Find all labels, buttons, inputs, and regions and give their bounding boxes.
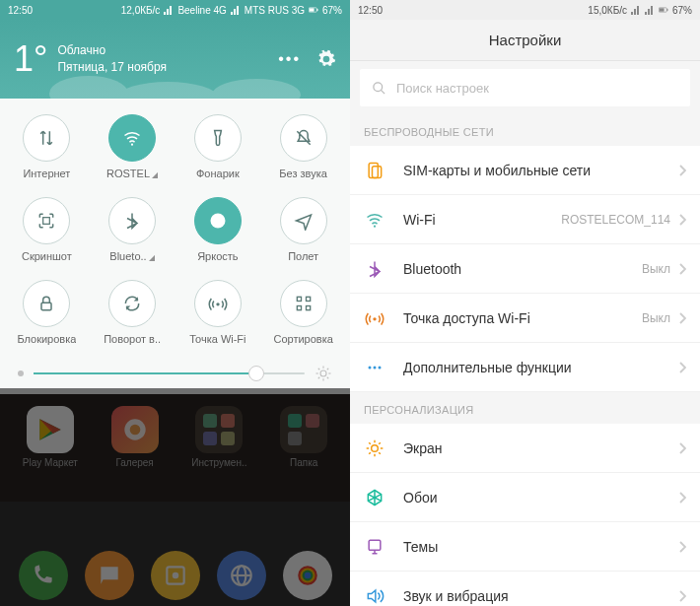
svg-line-22 bbox=[327, 377, 329, 379]
chevron-right-icon bbox=[678, 263, 686, 275]
settings-row-bt[interactable]: BluetoothВыкл bbox=[350, 244, 700, 294]
home-screen-dimmed: Play МаркетГалереяИнструмен..Папка bbox=[0, 394, 350, 502]
signal-icon bbox=[645, 5, 655, 15]
signal-icon bbox=[164, 5, 174, 15]
svg-rect-57 bbox=[369, 540, 381, 550]
app-icon[interactable]: Инструмен.. bbox=[191, 406, 246, 468]
svg-point-43 bbox=[374, 225, 376, 227]
battery-icon bbox=[309, 5, 318, 15]
settings-row-sound[interactable]: Звук и вибрация bbox=[350, 572, 700, 606]
weather-header[interactable]: 1° Облачно Пятница, 17 ноября ••• bbox=[0, 20, 350, 99]
qs-toggle-mute[interactable]: Без звука bbox=[260, 114, 346, 179]
signal-icon bbox=[231, 5, 241, 15]
app-label: Галерея bbox=[115, 457, 153, 468]
qs-label: Яркость bbox=[197, 250, 238, 262]
chevron-right-icon bbox=[678, 312, 686, 324]
brightness-sun-icon bbox=[315, 365, 332, 382]
status-carrier-1: Beeline 4G bbox=[177, 5, 226, 16]
settings-phone: 12:50 15,0КБ/с 67% Настройки Поиск настр… bbox=[350, 0, 700, 606]
settings-row-sim[interactable]: SIM-карты и мобильные сети bbox=[350, 146, 700, 195]
status-battery: 67% bbox=[672, 5, 692, 16]
theme-icon bbox=[364, 536, 385, 558]
settings-row-hotspot[interactable]: Точка доступа Wi-FiВыкл bbox=[350, 294, 700, 343]
qs-label: Blueto.. ◢ bbox=[109, 250, 155, 262]
qs-label: Интернет bbox=[23, 168, 70, 179]
svg-point-26 bbox=[129, 425, 140, 436]
section-title: ПЕРСОНАЛИЗАЦИЯ bbox=[350, 392, 700, 424]
status-time: 12:50 bbox=[8, 5, 33, 16]
dock-app[interactable] bbox=[85, 551, 134, 600]
battery-icon bbox=[659, 5, 668, 15]
qs-toggle-plane[interactable]: Полет bbox=[260, 197, 346, 262]
status-bar: 12:50 15,0КБ/с 67% bbox=[350, 0, 700, 20]
sim-icon bbox=[364, 160, 385, 181]
qs-toggle-rotate[interactable]: Поворот в.. bbox=[90, 280, 175, 345]
qs-toggle-lock[interactable]: Блокировка bbox=[4, 280, 90, 345]
settings-row-more[interactable]: Дополнительные функции bbox=[350, 343, 700, 392]
settings-value: ROSTELECOM_114 bbox=[561, 213, 670, 227]
settings-row-sun[interactable]: Экран bbox=[350, 424, 700, 473]
dock-app[interactable] bbox=[217, 551, 266, 600]
svg-rect-15 bbox=[306, 306, 310, 310]
dock bbox=[0, 551, 350, 600]
qs-toggle-auto[interactable]: AЯркость bbox=[175, 197, 261, 262]
qs-toggle-sort[interactable]: Сортировка bbox=[260, 280, 346, 345]
settings-row-wifi[interactable]: Wi-FiROSTELECOM_114 bbox=[350, 195, 700, 244]
svg-line-53 bbox=[369, 442, 371, 444]
svg-rect-7 bbox=[43, 218, 50, 225]
signal-icon bbox=[631, 5, 641, 15]
gear-icon[interactable] bbox=[316, 49, 336, 69]
settings-row-wallpaper[interactable]: Обои bbox=[350, 473, 700, 522]
app-icon[interactable]: Play Маркет bbox=[23, 406, 78, 468]
dock-app[interactable] bbox=[19, 551, 68, 600]
app-label: Play Маркет bbox=[23, 457, 78, 468]
qs-toggle-swap[interactable]: Интернет bbox=[4, 114, 90, 179]
page-title: Настройки bbox=[350, 20, 700, 61]
qs-toggle-hotspot[interactable]: Точка Wi-Fi bbox=[175, 280, 261, 345]
settings-value: Выкл bbox=[642, 311, 670, 325]
status-bar: 12:50 12,0КБ/с Beeline 4G MTS RUS 3G 67% bbox=[0, 0, 350, 20]
qs-label: Точка Wi-Fi bbox=[189, 333, 245, 345]
brightness-slider[interactable] bbox=[34, 372, 305, 374]
svg-point-11 bbox=[216, 303, 219, 305]
chevron-right-icon bbox=[678, 590, 686, 602]
svg-point-46 bbox=[374, 366, 377, 369]
settings-label: SIM-карты и мобильные сети bbox=[403, 163, 678, 178]
svg-rect-37 bbox=[660, 8, 665, 11]
chevron-right-icon bbox=[678, 442, 686, 454]
auto-icon: A bbox=[194, 197, 242, 244]
cloud-decoration bbox=[49, 59, 306, 99]
settings-row-theme[interactable]: Темы bbox=[350, 522, 700, 572]
app-icon[interactable]: Галерея bbox=[111, 406, 159, 468]
sort-icon bbox=[280, 280, 327, 327]
qs-label: Фонарик bbox=[196, 168, 240, 179]
qs-toggle-torch[interactable]: Фонарик bbox=[175, 114, 261, 179]
search-placeholder: Поиск настроек bbox=[396, 81, 489, 96]
svg-rect-2 bbox=[316, 9, 317, 11]
rotate-icon bbox=[108, 280, 156, 327]
sound-icon bbox=[364, 585, 385, 607]
svg-point-5 bbox=[212, 79, 301, 99]
app-icon[interactable]: Папка bbox=[280, 406, 327, 468]
qs-toggle-wifi[interactable]: ROSTEL ◢ bbox=[90, 114, 175, 179]
plane-icon bbox=[280, 197, 327, 244]
svg-point-4 bbox=[118, 82, 217, 99]
mute-icon bbox=[280, 114, 327, 162]
wifi-icon bbox=[108, 114, 156, 162]
svg-rect-10 bbox=[41, 303, 51, 310]
search-input[interactable]: Поиск настроек bbox=[360, 69, 690, 106]
status-battery: 67% bbox=[322, 5, 342, 16]
svg-point-48 bbox=[372, 444, 379, 451]
svg-rect-12 bbox=[297, 297, 301, 301]
brightness-slider-row bbox=[0, 353, 350, 394]
dock-app[interactable] bbox=[283, 551, 332, 600]
settings-label: Звук и вибрация bbox=[403, 588, 678, 604]
svg-point-35 bbox=[304, 572, 311, 579]
dock-app[interactable] bbox=[151, 551, 200, 600]
svg-point-44 bbox=[373, 317, 376, 320]
section-title: БЕСПРОВОДНЫЕ СЕТИ bbox=[350, 114, 700, 146]
svg-line-23 bbox=[318, 377, 320, 379]
qs-toggle-bt[interactable]: Blueto.. ◢ bbox=[90, 197, 175, 262]
qs-toggle-screenshot[interactable]: Скриншот bbox=[4, 197, 90, 262]
qs-label: Блокировка bbox=[17, 333, 76, 345]
